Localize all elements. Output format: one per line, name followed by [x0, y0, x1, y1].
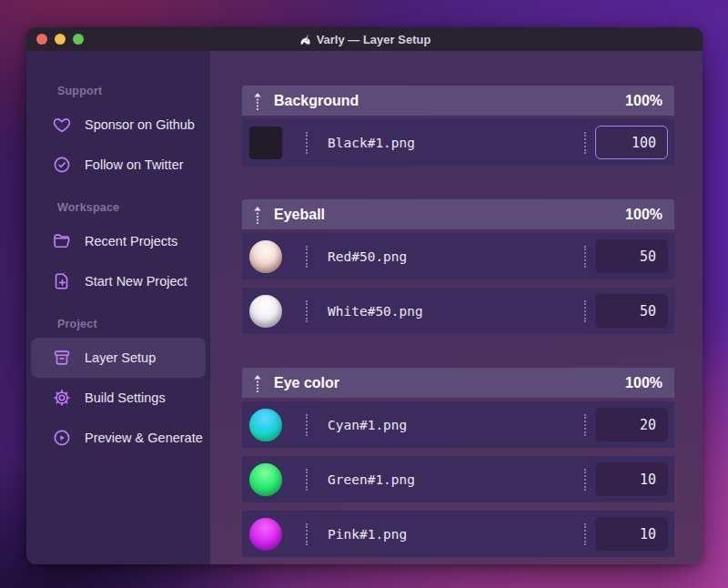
layer-thumbnail: [249, 518, 282, 551]
section-heading-workspace: Workspace: [26, 201, 210, 214]
drag-handle-icon[interactable]: [253, 206, 262, 224]
layer-weight-input[interactable]: [595, 408, 668, 441]
layer-filename: Green#1.png: [328, 472, 415, 487]
badge-check-icon: [52, 155, 72, 175]
layer-group-eyeball: Eyeball 100% Red#50.png White#50.png: [242, 199, 674, 334]
layer-group-header[interactable]: Background 100%: [242, 86, 674, 116]
group-name: Eye color: [274, 375, 339, 391]
layer-weight-input[interactable]: [595, 462, 668, 496]
gear-icon: [52, 388, 72, 408]
divider: [584, 414, 586, 436]
archive-box-icon: [52, 348, 72, 368]
divider: [306, 414, 308, 436]
sidebar-item-start-new-project[interactable]: Start New Project: [31, 261, 206, 301]
drag-handle-icon[interactable]: [253, 374, 262, 392]
section-heading-support: Support: [26, 85, 210, 97]
sidebar-item-preview-generate[interactable]: Preview & Generate: [31, 418, 206, 458]
divider: [584, 300, 586, 322]
group-weight: 100%: [625, 93, 662, 109]
layer-thumbnail: [249, 409, 282, 441]
drag-handle-icon[interactable]: [253, 92, 262, 110]
sidebar-item-label: Preview & Generate: [85, 431, 203, 445]
divider: [584, 246, 586, 268]
app-window: Varly — Layer Setup Support Sponsor on G…: [26, 27, 703, 564]
layer-group-header[interactable]: Eye color 100%: [242, 368, 674, 398]
sidebar-section-workspace: Workspace Recent Projects: [26, 201, 210, 301]
layer-filename: Pink#1.png: [328, 527, 407, 542]
sidebar-item-label: Recent Projects: [85, 234, 177, 248]
layer-group-background: Background 100% Black#1.png: [242, 86, 674, 166]
layer-thumbnail: [249, 295, 282, 328]
window-title-text: Varly — Layer Setup: [317, 33, 431, 46]
divider: [306, 300, 308, 322]
layer-thumbnail: [249, 127, 282, 159]
layer-row: Black#1.png: [242, 119, 674, 166]
group-weight: 100%: [625, 375, 662, 391]
layer-filename: Black#1.png: [328, 136, 415, 150]
group-name: Background: [274, 93, 359, 109]
traffic-lights: [36, 27, 84, 51]
sidebar-item-label: Build Settings: [85, 390, 166, 405]
minimize-button[interactable]: [55, 34, 66, 45]
divider: [306, 469, 308, 491]
layer-group-header[interactable]: Eyeball 100%: [242, 199, 674, 229]
sidebar: Support Sponsor on Github: [26, 51, 211, 564]
sidebar-section-project: Project Layer Setup: [26, 318, 210, 458]
divider: [306, 132, 308, 154]
divider: [306, 523, 308, 545]
play-circle-icon: [52, 428, 72, 448]
sidebar-item-follow-twitter[interactable]: Follow on Twitter: [31, 145, 206, 185]
layer-setup-panel: Background 100% Black#1.png: [211, 51, 703, 564]
layer-row: Green#1.png: [242, 456, 674, 502]
divider: [584, 132, 586, 154]
divider: [584, 469, 586, 491]
layer-thumbnail: [249, 240, 282, 273]
zoom-button[interactable]: [73, 34, 84, 45]
sidebar-item-recent-projects[interactable]: Recent Projects: [31, 221, 206, 261]
sidebar-section-support: Support Sponsor on Github: [26, 85, 210, 185]
window-title: Varly — Layer Setup: [298, 33, 431, 46]
folder-icon: [52, 231, 72, 251]
sidebar-item-layer-setup[interactable]: Layer Setup: [31, 338, 206, 378]
sidebar-item-label: Start New Project: [85, 274, 187, 289]
layer-row: Pink#1.png: [242, 511, 674, 557]
title-bar: Varly — Layer Setup: [26, 27, 703, 51]
layer-row: Cyan#1.png: [242, 401, 674, 448]
unicorn-icon: [298, 33, 312, 46]
group-name: Eyeball: [274, 207, 325, 223]
layer-filename: Red#50.png: [328, 249, 407, 264]
section-heading-project: Project: [26, 318, 210, 330]
heart-icon: [52, 115, 72, 135]
group-weight: 100%: [625, 207, 662, 223]
layer-row: White#50.png: [242, 288, 674, 334]
sidebar-item-label: Follow on Twitter: [85, 157, 184, 172]
layer-group-eye-color: Eye color 100% Cyan#1.png Green#1.png: [242, 368, 674, 557]
window-body: Support Sponsor on Github: [26, 51, 703, 564]
layer-row: Red#50.png: [242, 233, 674, 279]
layer-weight-input[interactable]: [595, 126, 668, 159]
sidebar-item-label: Layer Setup: [85, 350, 156, 365]
layer-weight-input[interactable]: [595, 517, 668, 551]
layer-weight-input[interactable]: [595, 294, 668, 328]
layer-filename: White#50.png: [328, 304, 423, 319]
divider: [584, 523, 586, 545]
sidebar-item-sponsor-github[interactable]: Sponsor on Github: [31, 105, 206, 145]
document-plus-icon: [52, 271, 72, 291]
close-button[interactable]: [36, 34, 47, 45]
layer-filename: Cyan#1.png: [328, 418, 407, 432]
sidebar-item-label: Sponsor on Github: [85, 117, 195, 132]
layer-thumbnail: [249, 463, 282, 496]
sidebar-item-build-settings[interactable]: Build Settings: [31, 378, 206, 418]
divider: [306, 246, 308, 268]
layer-weight-input[interactable]: [595, 239, 668, 273]
